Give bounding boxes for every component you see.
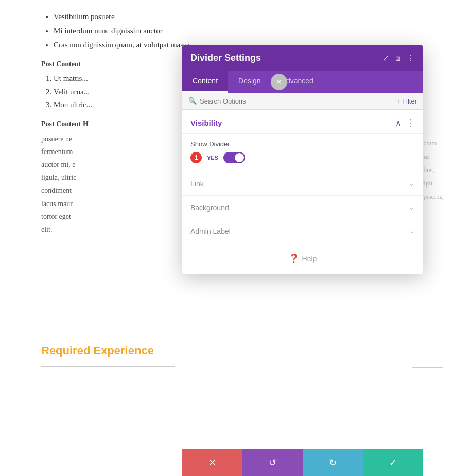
redo-button[interactable]: ↻ [303, 449, 363, 476]
close-button[interactable]: ✕ [271, 74, 287, 90]
visibility-section-header: Visibility ∧ ⋮ [182, 110, 423, 134]
link-label: Link [190, 180, 204, 188]
show-divider-row: Show Divider 1 YES [182, 134, 423, 172]
toggle-track[interactable] [223, 152, 245, 163]
toggle-row: 1 YES [190, 152, 415, 163]
help-section: ❓ Help [182, 243, 423, 274]
modal-title: Divider Settings [190, 53, 261, 63]
save-icon: ✓ [389, 457, 397, 468]
action-bar: ✕ ↺ ↻ ✓ [182, 449, 423, 476]
background-section[interactable]: Background ⌄ [182, 196, 423, 219]
help-icon[interactable]: ❓ [289, 253, 299, 263]
filter-button[interactable]: + Filter [396, 97, 417, 105]
show-divider-toggle[interactable] [223, 152, 245, 163]
modal-header: Divider Settings ⤢ ⧈ ⋮ [182, 45, 423, 71]
more-options-icon[interactable]: ⋮ [407, 53, 415, 63]
divider-settings-modal: Divider Settings ⤢ ⧈ ⋮ Content Design Ad… [182, 45, 423, 274]
bullet-item: Vestibulum posuere [54, 10, 412, 24]
tab-design[interactable]: Design [228, 71, 271, 93]
undo-button[interactable]: ↺ [242, 449, 303, 476]
undo-icon: ↺ [269, 457, 276, 468]
yes-label: YES [207, 155, 218, 161]
link-section[interactable]: Link ⌄ [182, 172, 423, 196]
modal-tabs: Content Design Advanced [182, 71, 423, 93]
modal-header-icons: ⤢ ⧈ ⋮ [382, 53, 415, 63]
content-divider [41, 366, 175, 367]
close-icon: ✕ [276, 78, 282, 87]
collapse-icon[interactable]: ∧ [395, 118, 402, 128]
redo-icon: ↻ [329, 457, 337, 468]
background-label: Background [190, 203, 229, 212]
visibility-title: Visibility [190, 118, 222, 127]
admin-label-label: Admin Label [190, 227, 231, 235]
cancel-button[interactable]: ✕ [182, 449, 242, 476]
search-input[interactable] [200, 97, 396, 105]
search-bar: 🔍 + Filter [182, 93, 423, 110]
cancel-icon: ✕ [208, 457, 216, 468]
expand-icon[interactable]: ⤢ [382, 53, 389, 63]
visibility-more-icon[interactable]: ⋮ [406, 117, 415, 128]
modal-body: Visibility ∧ ⋮ Show Divider 1 YES Link [182, 110, 423, 274]
background-chevron-icon: ⌄ [409, 203, 415, 212]
toggle-thumb [235, 153, 244, 162]
show-divider-label: Show Divider [190, 140, 415, 148]
split-view-icon[interactable]: ⧈ [395, 54, 400, 63]
required-experience-heading: Required Experience [41, 341, 175, 360]
visibility-section-icons: ∧ ⋮ [395, 117, 415, 128]
admin-label-section[interactable]: Admin Label ⌄ [182, 219, 423, 243]
save-button[interactable]: ✓ [363, 449, 423, 476]
tab-content[interactable]: Content [182, 71, 228, 93]
step-badge: 1 [190, 152, 202, 163]
bullet-item: Mi interdum nunc dignissim auctor [54, 25, 412, 38]
search-input-wrap: 🔍 [188, 97, 396, 105]
help-text: Help [302, 254, 317, 263]
link-chevron-icon: ⌄ [409, 179, 415, 188]
search-icon: 🔍 [188, 97, 197, 105]
admin-label-chevron-icon: ⌄ [409, 227, 415, 235]
